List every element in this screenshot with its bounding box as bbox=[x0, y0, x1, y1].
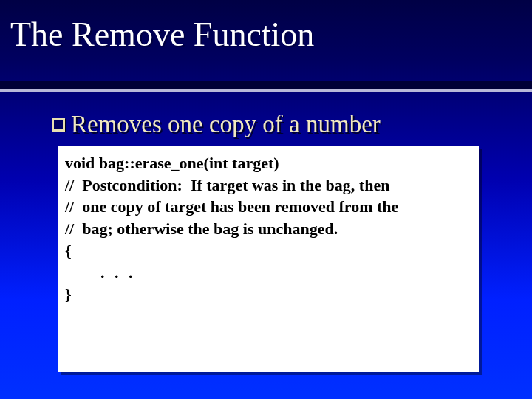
bullet-text: Removes one copy of a number bbox=[71, 111, 381, 138]
slide-title: The Remove Function bbox=[10, 15, 314, 54]
code-block: void bag::erase_one(int target) // Postc… bbox=[58, 146, 479, 372]
divider-dark bbox=[0, 81, 532, 89]
code-line: // Postcondition: If target was in the b… bbox=[65, 174, 471, 197]
divider-light bbox=[0, 89, 532, 92]
slide: The Remove Function Removes one copy of … bbox=[0, 0, 532, 399]
code-line: { bbox=[65, 240, 471, 262]
square-bullet-icon bbox=[52, 118, 65, 132]
code-line: void bag::erase_one(int target) bbox=[65, 152, 471, 174]
bullet-item: Removes one copy of a number bbox=[52, 111, 381, 138]
code-line: // bag; otherwise the bag is unchanged. bbox=[65, 218, 471, 240]
code-ellipsis: . . . bbox=[65, 262, 471, 284]
code-line: } bbox=[65, 284, 471, 306]
code-line: // one copy of target has been removed f… bbox=[65, 196, 471, 218]
